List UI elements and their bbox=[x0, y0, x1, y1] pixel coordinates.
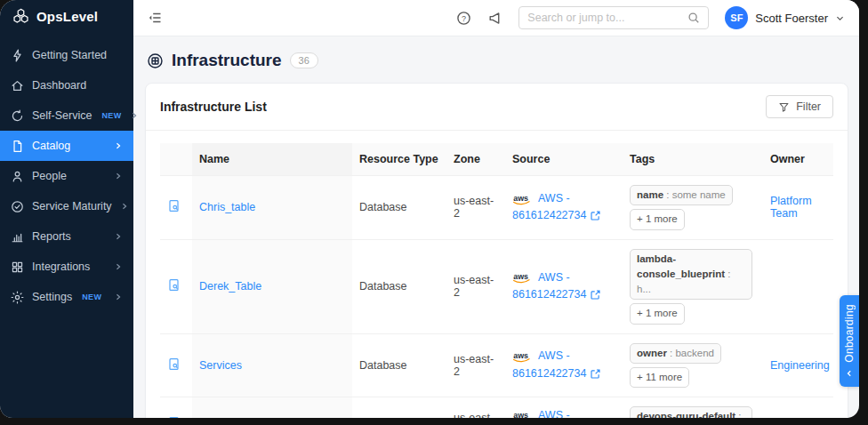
sidebar-item-self-service[interactable]: Self-Service NEW bbox=[0, 100, 133, 131]
zone-cell: us-east-2 bbox=[446, 333, 505, 397]
resource-name-link[interactable]: Chris_table bbox=[199, 201, 255, 213]
tags-cell: name : some name+ 1 more bbox=[623, 176, 763, 240]
owner-link[interactable]: Engineering bbox=[770, 359, 830, 372]
sidebar-item-service-maturity[interactable]: Service Maturity bbox=[0, 191, 133, 221]
column-header-name[interactable]: Name bbox=[192, 143, 352, 176]
column-header-resource-type[interactable]: Resource Type bbox=[352, 143, 446, 176]
source-account-link[interactable]: 861612422734 bbox=[512, 365, 586, 382]
resource-type-cell: Database bbox=[352, 333, 446, 397]
owner-link[interactable]: Platform Team bbox=[770, 195, 812, 220]
zone-cell: us-east-2 bbox=[446, 239, 505, 333]
more-tags-pill[interactable]: + 11 more bbox=[630, 367, 689, 388]
column-header-owner[interactable]: Owner bbox=[763, 143, 833, 176]
resource-file-icon bbox=[167, 357, 181, 371]
brand-name: OpsLevel bbox=[36, 9, 98, 24]
sidebar-item-label: Reports bbox=[32, 230, 71, 243]
zone-cell: us-east-2 bbox=[446, 397, 505, 419]
card-header: Infrastructure List Filter bbox=[146, 84, 848, 130]
source-account-link[interactable]: 861612422734 bbox=[512, 207, 586, 224]
external-link-icon[interactable] bbox=[590, 368, 601, 380]
aws-logo-icon: aws bbox=[512, 271, 533, 284]
filter-button[interactable]: Filter bbox=[766, 95, 833, 118]
source-cell: aws AWS - 861612422734 bbox=[512, 190, 615, 225]
sidebar-item-label: Integrations bbox=[32, 261, 90, 273]
table-header-row: NameResource TypeZoneSourceTagsOwner bbox=[160, 143, 833, 176]
column-header-tags[interactable]: Tags bbox=[623, 143, 763, 176]
more-tags-pill[interactable]: + 1 more bbox=[630, 303, 685, 324]
chevron-right-icon bbox=[130, 111, 139, 120]
chevron-right-icon bbox=[120, 202, 129, 211]
check-circle-icon bbox=[11, 200, 24, 213]
card-title: Infrastructure List bbox=[160, 100, 267, 114]
external-link-icon[interactable] bbox=[590, 210, 601, 221]
person-icon bbox=[11, 170, 24, 183]
source-link[interactable]: AWS - bbox=[538, 269, 570, 286]
zone-cell: us-east-2 bbox=[446, 176, 505, 240]
sidebar-item-people[interactable]: People bbox=[0, 161, 133, 191]
chevron-right-icon bbox=[114, 293, 123, 301]
new-badge: NEW bbox=[82, 293, 101, 301]
onboarding-tab[interactable]: Onboarding bbox=[840, 295, 859, 387]
table-row: Derek_Table Database us-east-2 aws AWS -… bbox=[160, 239, 833, 333]
svg-text:aws: aws bbox=[513, 193, 528, 202]
sidebar-item-label: Settings bbox=[32, 291, 72, 303]
collapse-sidebar-icon[interactable] bbox=[148, 11, 162, 25]
table-row: Services Database us-east-2 aws AWS - 86… bbox=[160, 333, 833, 397]
user-menu[interactable]: SF Scott Foerster bbox=[725, 6, 845, 29]
table-row: Chris_table Database us-east-2 aws AWS -… bbox=[160, 176, 833, 240]
source-link[interactable]: AWS - bbox=[538, 407, 570, 418]
refresh-icon bbox=[11, 109, 24, 123]
tag-pill: devops-guru-default : databa... bbox=[630, 406, 752, 418]
tag-pill: lambda-console_blueprint : h... bbox=[630, 249, 752, 301]
source-cell: aws AWS - 861612422734 bbox=[512, 348, 615, 382]
svg-text:?: ? bbox=[462, 13, 466, 22]
sidebar-item-catalog[interactable]: Catalog bbox=[0, 131, 133, 161]
column-header-icon bbox=[160, 143, 192, 176]
search-input[interactable] bbox=[527, 12, 687, 24]
sidebar-item-integrations[interactable]: Integrations bbox=[0, 252, 133, 282]
sidebar-item-getting-started[interactable]: Getting Started bbox=[0, 40, 133, 70]
aws-logo-icon: aws bbox=[512, 350, 533, 363]
source-account-link[interactable]: 861612422734 bbox=[512, 286, 586, 303]
opslevel-logo[interactable]: OpsLevel bbox=[0, 0, 133, 31]
source-link[interactable]: AWS - bbox=[538, 190, 570, 207]
column-header-zone[interactable]: Zone bbox=[446, 143, 505, 176]
chart-icon bbox=[11, 230, 24, 244]
resource-name-link[interactable]: Services bbox=[199, 359, 242, 372]
infrastructure-list-card: Infrastructure List Filter bbox=[145, 83, 848, 418]
chevron-right-icon bbox=[114, 141, 123, 150]
resource-type-cell: Database bbox=[352, 397, 446, 419]
page-header: Infrastructure 36 bbox=[133, 36, 859, 70]
avatar[interactable]: SF bbox=[725, 6, 748, 29]
external-link-icon[interactable] bbox=[590, 289, 601, 301]
tags-cell: lambda-console_blueprint : h...+ 1 more bbox=[623, 239, 763, 333]
help-icon[interactable]: ? bbox=[456, 11, 471, 26]
tags-cell: devops-guru-default : databa... bbox=[623, 397, 763, 419]
infrastructure-icon bbox=[147, 52, 164, 69]
more-tags-pill[interactable]: + 1 more bbox=[630, 209, 685, 229]
source-link[interactable]: AWS - bbox=[538, 348, 570, 365]
announcements-icon[interactable] bbox=[487, 11, 502, 26]
resource-name-link[interactable]: Derek_Table bbox=[199, 280, 261, 293]
app-window: OpsLevel Getting Started Dashboard Self-… bbox=[0, 0, 859, 418]
new-badge: NEW bbox=[101, 111, 121, 120]
filter-label: Filter bbox=[796, 100, 821, 113]
user-name: Scott Foerster bbox=[755, 12, 828, 25]
sidebar-item-label: Service Maturity bbox=[32, 200, 112, 212]
chevron-right-icon bbox=[114, 172, 123, 180]
sidebar-item-dashboard[interactable]: Dashboard bbox=[0, 70, 133, 100]
sidebar-item-label: Getting Started bbox=[32, 49, 107, 61]
sidebar-item-label: Self-Service bbox=[32, 109, 92, 122]
sidebar-item-label: People bbox=[32, 170, 67, 182]
resource-file-icon bbox=[167, 278, 181, 292]
resource-type-cell: Database bbox=[352, 239, 446, 333]
filter-icon bbox=[778, 101, 790, 113]
sidebar-item-reports[interactable]: Reports bbox=[0, 221, 133, 252]
chevron-right-icon bbox=[114, 262, 123, 271]
tag-pill: name : some name bbox=[630, 185, 733, 205]
count-badge: 36 bbox=[290, 52, 318, 68]
divider bbox=[146, 130, 848, 131]
column-header-source[interactable]: Source bbox=[505, 143, 623, 176]
sidebar-item-settings[interactable]: Settings NEW bbox=[0, 282, 133, 312]
search-box[interactable] bbox=[518, 6, 709, 29]
